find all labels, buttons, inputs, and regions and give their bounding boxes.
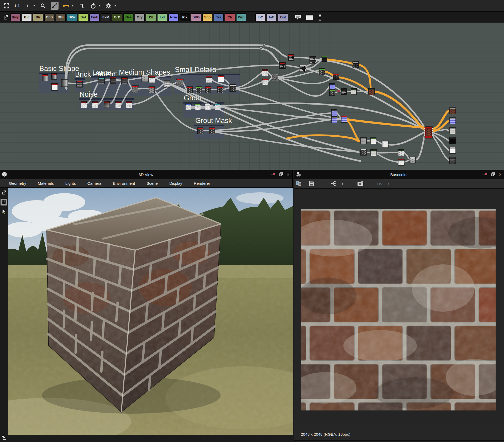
panel-2d-view: Basecolor ✕ AB ▼ UV ▼ — [294, 170, 504, 442]
info-caret-icon[interactable]: ▼ — [33, 4, 35, 7]
2d-toolbar: AB ▼ UV ▼ — [294, 179, 504, 189]
palette-button-Lvl[interactable]: Lvl — [157, 13, 167, 21]
svg-text:Basic Shape: Basic Shape — [39, 65, 79, 73]
graph-node — [333, 74, 339, 80]
node-graph-canvas[interactable]: Basic Shape Brick Pattern Large – Medium… — [0, 23, 504, 170]
graph-node — [196, 87, 202, 93]
3d-bottom-strip — [0, 435, 293, 442]
share-caret-icon[interactable]: ▼ — [341, 183, 344, 185]
3d-view-header[interactable]: 3D View ✕ — [0, 170, 292, 179]
info-tool-button[interactable]: i — [24, 2, 32, 10]
palette-button-Blr[interactable]: Blr — [33, 13, 43, 21]
menu-3d-materials[interactable]: Materials — [38, 181, 54, 186]
menu-3d-display[interactable]: Display — [169, 181, 182, 186]
palette-button-InG[interactable]: InG — [267, 13, 277, 21]
menu-bar-3d: GeometryMaterialsLightsCameraEnvironment… — [0, 179, 292, 188]
palette-button-Emb[interactable]: Emb — [90, 13, 99, 21]
graph-node — [99, 78, 104, 84]
comment-icon[interactable] — [295, 14, 301, 20]
menu-3d-scene[interactable]: Scene — [146, 181, 158, 186]
graph-node — [288, 55, 294, 61]
palette-button-ChS[interactable]: ChS — [44, 13, 54, 21]
palette-button-Plx[interactable]: Plx — [180, 13, 190, 21]
float-panel-icon[interactable] — [279, 172, 283, 177]
detach-view-icon[interactable] — [1, 189, 7, 196]
palette-button-SVG[interactable]: SVG — [191, 13, 201, 21]
pin-panel-icon[interactable] — [483, 172, 487, 177]
share-node-icon[interactable] — [331, 181, 337, 187]
graph-node — [329, 90, 335, 96]
menu-3d-environment[interactable]: Environment — [113, 181, 135, 186]
external-link-icon[interactable] — [4, 15, 8, 20]
graph-node — [341, 89, 347, 95]
panel-3d-view: 3D View ✕ GeometryMaterialsLightsCameraE… — [0, 170, 293, 442]
edit-links-tool-button[interactable] — [51, 2, 59, 10]
palette-button-Dst[interactable]: Dst — [78, 13, 88, 21]
frame-icon[interactable] — [306, 14, 313, 20]
link-mode-caret-icon[interactable]: ▼ — [72, 4, 74, 7]
settings-gear-icon[interactable] — [104, 2, 112, 10]
float-panel-icon[interactable] — [491, 172, 495, 177]
palette-button-Bld[interactable]: Bld — [22, 13, 32, 21]
pin-icon[interactable] — [319, 14, 321, 20]
palette-button-FxM[interactable]: FxM — [101, 13, 111, 21]
scene-tree-icon[interactable] — [2, 435, 7, 441]
save-image-icon[interactable] — [309, 181, 314, 187]
graph-node — [104, 101, 110, 108]
palette-button-Clr[interactable]: Clr — [225, 13, 235, 21]
graph-node — [332, 110, 337, 116]
palette-button-InC[interactable]: InC — [255, 13, 265, 21]
palette-button-DBl[interactable]: DBl — [56, 13, 66, 21]
graph-node — [51, 74, 57, 79]
main-toolbar: 1:1 i▼ ▼ ▼ ▼ — [0, 0, 504, 12]
camera-tool-icon[interactable] — [1, 199, 7, 205]
pointer-tool-icon[interactable] — [1, 208, 7, 215]
palette-button-Shp[interactable]: Shp — [202, 13, 212, 21]
uv-mode-label[interactable]: UV — [377, 182, 383, 186]
graph-node — [369, 89, 375, 95]
graph-node — [230, 85, 236, 91]
svg-text:Grout Mask: Grout Mask — [195, 117, 232, 125]
graph-node — [126, 101, 132, 108]
palette-button-GrD[interactable]: GrD — [112, 13, 122, 21]
menu-3d-renderer[interactable]: Renderer — [194, 181, 210, 186]
timer-icon[interactable] — [89, 2, 97, 10]
pin-panel-icon[interactable] — [271, 172, 275, 177]
menu-3d-geometry[interactable]: Geometry — [9, 181, 26, 186]
2d-viewport[interactable]: 2048 x 2048 (RGBA, 16bpc) ▼ RGB i 1:1 − … — [294, 189, 504, 423]
palette-button-Trs[interactable]: Trs — [214, 13, 224, 21]
ab-compare-icon[interactable]: AB — [296, 180, 302, 188]
graph-node — [61, 79, 68, 87]
node-palette-bar: BmpBldBlrChSDBlDWrDstEmbFxMGrDGraGryHSLL… — [0, 12, 504, 23]
palette-button-HSL[interactable]: HSL — [146, 13, 156, 21]
palette-button-Gra[interactable]: Gra — [123, 13, 133, 21]
graph-node — [205, 104, 211, 110]
zoom-level-label: 1:1 — [14, 3, 20, 8]
magnifier-icon[interactable] — [39, 2, 47, 10]
menu-3d-lights[interactable]: Lights — [65, 181, 76, 186]
graph-node — [116, 101, 121, 108]
link-mode-icon[interactable] — [62, 2, 70, 10]
3d-viewport[interactable] — [8, 188, 293, 435]
graph-node — [337, 90, 340, 92]
settings-caret-icon[interactable]: ▼ — [114, 4, 116, 7]
graph-node — [77, 81, 82, 87]
2d-view-header[interactable]: Basecolor ✕ — [294, 170, 504, 179]
graph-node — [206, 76, 212, 83]
palette-button-Wrp[interactable]: Wrp — [236, 13, 246, 21]
palette-button-Nrm[interactable]: Nrm — [169, 13, 178, 21]
palette-button-Bmp[interactable]: Bmp — [10, 13, 20, 21]
fit-view-icon[interactable] — [3, 2, 10, 10]
close-panel-icon[interactable]: ✕ — [498, 172, 502, 177]
elbow-links-icon[interactable] — [78, 2, 86, 10]
palette-button-Gry[interactable]: Gry — [135, 13, 145, 21]
timer-caret-icon[interactable]: ▼ — [99, 4, 101, 7]
snapshot-camera-icon[interactable] — [357, 181, 364, 187]
palette-button-DWr[interactable]: DWr — [67, 13, 77, 21]
graph-node — [187, 87, 193, 93]
menu-3d-camera[interactable]: Camera — [87, 181, 101, 186]
palette-button-Out[interactable]: Out — [278, 13, 288, 21]
uv-caret-icon[interactable]: ▼ — [387, 183, 390, 185]
close-panel-icon[interactable]: ✕ — [286, 172, 290, 177]
palette-buttons: BmpBldBlrChSDBlDWrDstEmbFxMGrDGraGryHSLL… — [10, 13, 289, 21]
